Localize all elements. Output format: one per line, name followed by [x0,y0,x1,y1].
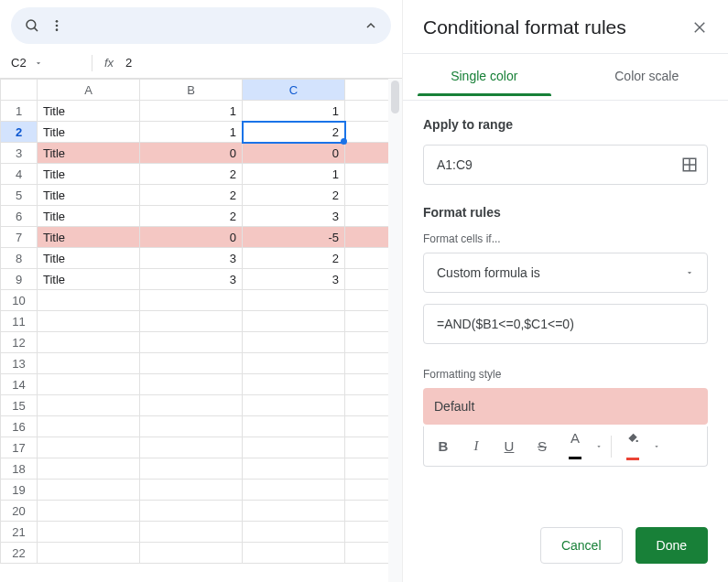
column-header-C[interactable]: C [243,80,345,101]
row-header[interactable]: 6 [1,206,38,227]
text-color-caret[interactable] [592,431,605,462]
bold-button[interactable]: B [428,431,459,462]
formula-field[interactable] [423,304,708,344]
cell[interactable] [140,437,243,458]
row-header[interactable]: 19 [1,480,38,501]
cell[interactable]: 3 [243,206,345,227]
done-button[interactable]: Done [636,527,708,564]
cell[interactable] [243,395,345,416]
row-header[interactable]: 16 [1,416,38,437]
cell[interactable]: 0 [243,143,345,164]
cell[interactable]: Title [38,248,140,269]
cell[interactable] [243,290,345,311]
text-color-button[interactable]: A [560,431,591,462]
cell[interactable]: Title [38,269,140,290]
cell[interactable] [243,374,345,395]
cell[interactable] [140,522,243,543]
cell[interactable]: 3 [140,248,243,269]
cell[interactable] [243,353,345,374]
cell[interactable]: Title [38,227,140,248]
row-header[interactable]: 3 [1,143,38,164]
cell[interactable]: 1 [243,164,345,185]
fill-color-caret[interactable] [650,431,663,462]
cell[interactable] [140,458,243,480]
fill-color-button[interactable] [617,431,648,462]
style-preview[interactable]: Default [423,388,708,425]
cell[interactable] [140,374,243,395]
row-header[interactable]: 18 [1,458,38,480]
cell[interactable]: 1 [243,101,345,122]
close-icon[interactable] [691,19,708,36]
row-header[interactable]: 4 [1,164,38,185]
cell[interactable] [38,501,140,522]
column-header-B[interactable]: B [140,80,243,101]
row-header[interactable]: 10 [1,290,38,311]
cell[interactable] [140,311,243,332]
formula-bar[interactable]: 2 [125,56,393,70]
tab-single-color[interactable]: Single color [403,54,566,96]
cell[interactable] [140,543,243,564]
search-icon[interactable] [24,17,40,34]
column-header-A[interactable]: A [38,80,140,101]
row-header[interactable]: 20 [1,501,38,522]
cell[interactable]: Title [38,206,140,227]
cell[interactable]: 0 [140,227,243,248]
cell[interactable] [140,290,243,311]
cell[interactable] [140,332,243,353]
cell[interactable] [243,501,345,522]
row-header[interactable]: 9 [1,269,38,290]
row-header[interactable]: 12 [1,332,38,353]
cell[interactable]: Title [38,122,140,143]
cell[interactable] [243,458,345,480]
formula-input[interactable] [437,317,698,331]
cell[interactable]: -5 [243,227,345,248]
cell[interactable] [243,437,345,458]
cell[interactable] [38,332,140,353]
cell[interactable]: 0 [140,143,243,164]
row-header[interactable]: 11 [1,311,38,332]
cell[interactable]: Title [38,164,140,185]
strikethrough-button[interactable]: S [527,431,558,462]
row-header[interactable]: 8 [1,248,38,269]
cell[interactable] [243,543,345,564]
row-header[interactable]: 7 [1,227,38,248]
italic-button[interactable]: I [461,431,492,462]
cell[interactable] [140,395,243,416]
cell[interactable]: 2 [140,164,243,185]
range-field[interactable] [423,145,708,185]
cell[interactable]: 2 [243,122,345,143]
cell[interactable] [38,311,140,332]
row-header[interactable]: 15 [1,395,38,416]
cell[interactable]: 3 [140,269,243,290]
cell[interactable]: 2 [243,248,345,269]
row-header[interactable]: 17 [1,437,38,458]
cell[interactable]: 2 [140,206,243,227]
cell[interactable] [38,353,140,374]
cell[interactable] [243,311,345,332]
cell[interactable]: 1 [140,101,243,122]
cell[interactable]: Title [38,185,140,206]
cell[interactable] [140,416,243,437]
cancel-button[interactable]: Cancel [540,527,623,564]
row-header[interactable]: 22 [1,543,38,564]
vertical-scrollbar[interactable] [388,79,402,582]
tab-color-scale[interactable]: Color scale [566,54,729,96]
cell[interactable] [38,480,140,501]
cell[interactable] [38,458,140,480]
cell[interactable] [38,522,140,543]
cell[interactable] [140,501,243,522]
name-box[interactable]: C2 [11,56,84,70]
range-input[interactable] [437,157,681,172]
select-all-corner[interactable] [1,80,38,101]
cell[interactable] [243,480,345,501]
row-header[interactable]: 2 [1,122,38,143]
cell[interactable] [38,543,140,564]
cell[interactable] [140,480,243,501]
cell[interactable] [140,353,243,374]
cell[interactable]: 3 [243,269,345,290]
condition-dropdown[interactable]: Custom formula is [423,253,708,293]
scrollbar-thumb[interactable] [391,81,399,113]
row-header[interactable]: 14 [1,374,38,395]
row-header[interactable]: 21 [1,522,38,543]
cell[interactable] [38,416,140,437]
